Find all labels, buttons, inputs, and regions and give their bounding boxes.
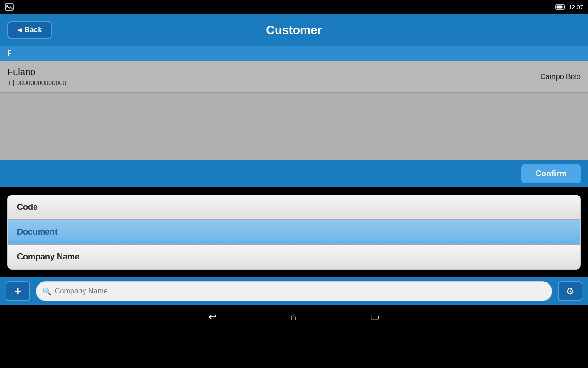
nav-home-icon[interactable]: ⌂ [290,311,296,323]
section-letter: F [7,49,12,58]
top-bar: Back Customer [0,14,588,46]
filter-option-code[interactable]: Code [8,195,580,220]
customer-info-left: Fulano 1 | 00000000000000 [7,67,66,86]
empty-area [0,93,588,160]
time-display: 12:07 [568,4,583,11]
confirm-bar: Confirm [0,160,588,187]
svg-rect-0 [5,4,13,10]
image-icon [5,3,14,11]
confirm-button[interactable]: Confirm [521,164,581,183]
svg-rect-4 [557,6,563,9]
nav-recent-icon[interactable]: ▭ [370,311,379,323]
filter-option-document[interactable]: Document [8,220,580,245]
section-header-f: F [0,46,588,61]
customer-id: 1 | 00000000000000 [7,79,66,86]
battery-icon [555,4,565,10]
status-bar: 12:07 [0,0,588,14]
settings-button[interactable]: ⚙ [558,281,582,301]
bottom-toolbar: + 🔍 ⚙ [0,277,588,305]
customer-city: Campo Belo [540,73,581,81]
status-bar-right: 12:07 [555,4,583,11]
android-nav-bar: ↩ ⌂ ▭ [0,305,588,328]
page-title: Customer [266,23,322,37]
filter-dropdown: Code Document Company Name [7,195,581,270]
add-button[interactable]: + [6,281,30,301]
customer-row[interactable]: Fulano 1 | 00000000000000 Campo Belo [0,61,588,93]
search-input[interactable] [36,281,552,301]
nav-back-icon[interactable]: ↩ [209,311,217,323]
search-icon: 🔍 [42,287,51,296]
svg-rect-3 [564,6,565,8]
status-bar-left [5,3,14,11]
search-wrapper: 🔍 [36,281,552,301]
customer-name: Fulano [7,67,66,77]
filter-option-company-name[interactable]: Company Name [8,245,580,269]
back-button[interactable]: Back [7,21,52,39]
